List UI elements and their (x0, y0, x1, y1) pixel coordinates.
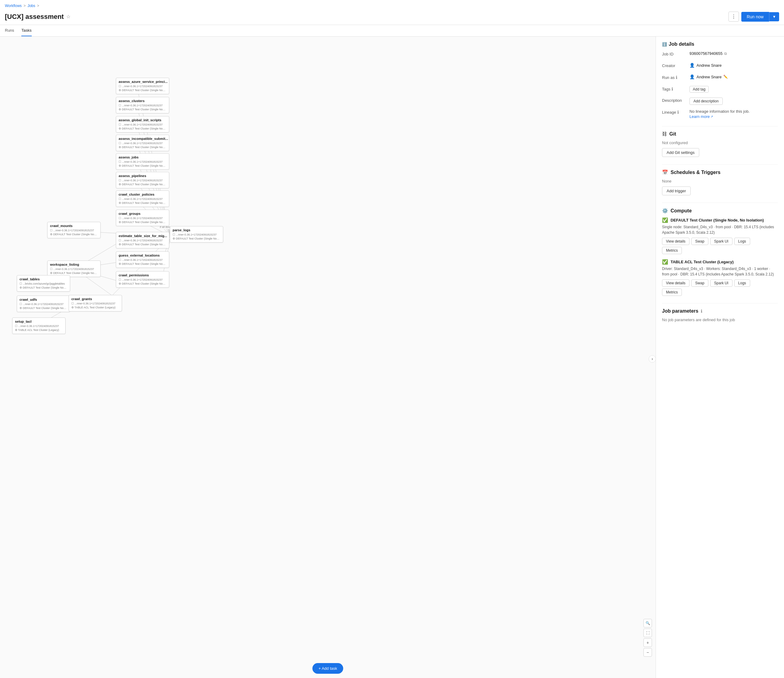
edit-run-as-icon[interactable]: ✏️ (723, 75, 728, 79)
breadcrumb-sep1: > (23, 4, 26, 8)
add-git-settings-button[interactable]: Add Git settings (662, 148, 699, 157)
more-options-button[interactable]: ⋮ (728, 12, 739, 22)
job-id-label: Job ID (662, 51, 689, 56)
dag-canvas: if all done assess_azure_service_princi.… (0, 37, 656, 678)
run-as-label: Run as ℹ (662, 75, 689, 80)
job-id-value: 936007567940655 ⧉ (689, 51, 778, 56)
divider-4 (662, 303, 778, 303)
run-now-button[interactable]: Run now (741, 12, 769, 22)
tags-value: Add tag (689, 86, 778, 93)
node-crawl-udfs[interactable]: crawl_udfs ☐ ...nner-0.36.1+172024091815… (17, 295, 70, 312)
job-params-section: Job parameters ℹ No job parameters are d… (662, 308, 778, 322)
run-as-value: 👤 Andrew Snare ✏️ (689, 75, 778, 79)
node-assess-jobs[interactable]: assess_jobs ☐ ...nner-0.36.1+17202409181… (116, 153, 169, 170)
breadcrumb-workflows[interactable]: Workflows (5, 4, 22, 8)
node-crawl-grants[interactable]: crawl_grants ☐ ...nner-0.36.1+1720240918… (69, 295, 122, 311)
tab-tasks[interactable]: Tasks (21, 25, 31, 36)
node-crawl-cluster-policies[interactable]: crawl_cluster_policies ☐ ...nner-0.36.1+… (116, 190, 169, 207)
creator-label: Creator (662, 63, 689, 68)
description-value: Add description (689, 98, 778, 105)
creator-row: Creator 👤 Andrew Snare (662, 63, 778, 71)
job-params-info-icon[interactable]: ℹ (701, 309, 702, 314)
job-details-header: ℹ️ Job details (662, 42, 778, 47)
zoom-in-button[interactable]: + (644, 638, 652, 647)
calendar-icon: 📅 (662, 170, 668, 175)
git-section: ⛓ Git Not configured Add Git settings (662, 131, 778, 157)
tab-runs[interactable]: Runs (5, 25, 14, 36)
node-crawl-permissions[interactable]: crawl_permissions ☐ ...nner-0.36.1+17202… (116, 271, 169, 288)
star-icon[interactable]: ☆ (66, 14, 70, 20)
cluster-1-metrics-row: Metrics (662, 247, 778, 254)
cluster-1-header: ✅ DEFAULT Test Cluster (Single Node, No … (662, 217, 778, 223)
cluster-1: ✅ DEFAULT Test Cluster (Single Node, No … (662, 217, 778, 254)
node-crawl-groups[interactable]: crawl_groups ☐ ...nner-0.36.1+1720240918… (116, 210, 169, 226)
node-parse-logs[interactable]: parse_logs ☐ ...nner-0.36.1+172024091815… (170, 226, 223, 243)
cluster-2-desc: Driver: Standard_D4s_v3 · Workers: Stand… (662, 266, 778, 277)
copy-job-id-icon[interactable]: ⧉ (724, 51, 727, 56)
compute-section: ⚙️ Compute ✅ DEFAULT Test Cluster (Singl… (662, 208, 778, 296)
breadcrumb-jobs[interactable]: Jobs (27, 4, 35, 8)
node-setup-tacl[interactable]: setup_tacl ☐ ...nner-0.36.1+172024091815… (12, 317, 65, 334)
node-workspace-listing[interactable]: workspace_listing ☐ ...nner-0.36.1+17202… (47, 261, 101, 277)
description-label: Description (662, 98, 689, 103)
learn-more-link[interactable]: Learn more ↗ (689, 114, 713, 119)
schedules-section: 📅 Schedules & Triggers None Add trigger (662, 170, 778, 195)
node-crawl-mounts[interactable]: crawl_mounts ☐ ...nner-0.36.1+1720240918… (47, 222, 101, 238)
compute-icon: ⚙️ (662, 208, 668, 214)
lineage-value: No lineage information for this job. Lea… (689, 109, 778, 119)
breadcrumb: Workflows > Jobs > (5, 2, 779, 10)
cluster-1-status-icon: ✅ (662, 217, 668, 223)
run-now-dropdown-button[interactable]: ▼ (769, 12, 779, 21)
job-params-title: Job parameters (662, 308, 698, 314)
lineage-info-icon[interactable]: ℹ (677, 110, 679, 115)
git-not-configured: Not configured (662, 140, 778, 145)
search-button[interactable]: 🔍 (644, 619, 652, 627)
node-assess-azure[interactable]: assess_azure_service_princi... ☐ ...nner… (116, 78, 169, 94)
cluster-1-view-details[interactable]: View details (662, 238, 689, 245)
cluster-2-status-icon: ✅ (662, 259, 668, 265)
fullscreen-button[interactable]: ⛶ (644, 629, 652, 637)
cluster-2-header: ✅ TABLE ACL Test Cluster (Legacy) (662, 259, 778, 265)
cluster-1-spark-ui[interactable]: Spark UI (710, 238, 733, 245)
node-assess-pipelines[interactable]: assess_pipelines ☐ ...nner-0.36.1+172024… (116, 172, 169, 188)
job-details-section: ℹ️ Job details Job ID 936007567940655 ⧉ … (662, 42, 778, 119)
dag-connections (0, 37, 656, 678)
cluster-1-swap[interactable]: Swap (691, 238, 708, 245)
cluster-1-metrics[interactable]: Metrics (662, 247, 682, 254)
cluster-2-swap[interactable]: Swap (691, 280, 708, 287)
schedules-section-header: 📅 Schedules & Triggers (662, 170, 778, 175)
title-row: [UCX] assessment ☆ ⋮ Run now ▼ (5, 10, 779, 25)
cluster-2-view-details[interactable]: View details (662, 280, 689, 287)
node-assess-incompatible[interactable]: assess_incompatible_submit... ☐ ...nner-… (116, 135, 169, 151)
cluster-2-spark-ui[interactable]: Spark UI (710, 280, 733, 287)
node-guess-external[interactable]: guess_external_locations ☐ ...nner-0.36.… (116, 251, 169, 268)
node-crawl-tables[interactable]: crawl_tables ☐ ...bricks.com/azure/gc/ja… (17, 275, 70, 292)
no-params-text: No job parameters are defined for this j… (662, 317, 778, 322)
run-as-user-icon: 👤 (689, 75, 695, 79)
node-estimate-table[interactable]: estimate_table_size_for_mig... ☐ ...nner… (116, 232, 169, 248)
node-assess-clusters[interactable]: assess_clusters ☐ ...nner-0.36.1+1720240… (116, 97, 169, 114)
panel-toggle-button[interactable]: › (648, 355, 656, 362)
right-panel: ℹ️ Job details Job ID 936007567940655 ⧉ … (656, 37, 784, 678)
tags-info-icon[interactable]: ℹ (672, 87, 673, 92)
job-params-header: Job parameters ℹ (662, 308, 778, 314)
lineage-row: Lineage ℹ No lineage information for thi… (662, 109, 778, 119)
cluster-1-name: DEFAULT Test Cluster (Single Node, No Is… (670, 218, 764, 222)
creator-user-icon: 👤 (689, 63, 695, 68)
divider-2 (662, 164, 778, 165)
run-now-group: Run now ▼ (741, 12, 779, 22)
add-trigger-button[interactable]: Add trigger (662, 187, 691, 195)
add-tag-button[interactable]: Add tag (689, 86, 709, 93)
add-task-button[interactable]: + Add task (312, 663, 343, 674)
cluster-2-logs[interactable]: Logs (734, 280, 750, 287)
tags-row: Tags ℹ Add tag (662, 86, 778, 95)
run-as-info-icon[interactable]: ℹ (676, 75, 677, 80)
main-layout: if all done assess_azure_service_princi.… (0, 37, 784, 678)
add-description-button[interactable]: Add description (689, 98, 723, 105)
run-as-row: Run as ℹ 👤 Andrew Snare ✏️ (662, 75, 778, 83)
cluster-2-metrics[interactable]: Metrics (662, 289, 682, 296)
node-assess-global[interactable]: assess_global_init_scripts ☐ ...nner-0.3… (116, 116, 169, 132)
cluster-2-metrics-row: Metrics (662, 289, 778, 296)
cluster-1-logs[interactable]: Logs (734, 238, 750, 245)
zoom-out-button[interactable]: − (644, 648, 652, 657)
